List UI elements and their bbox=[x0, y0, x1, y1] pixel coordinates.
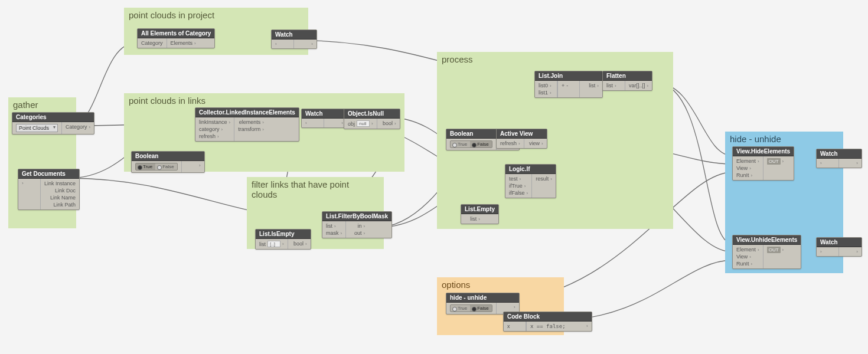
port-out[interactable]: Category bbox=[66, 124, 87, 130]
node-list-join[interactable]: List.Join list0› list1› + - list› bbox=[534, 71, 603, 98]
port-in[interactable]: View bbox=[736, 254, 748, 260]
node-title: Get Documents bbox=[18, 169, 79, 179]
node-watch[interactable]: Watch › › bbox=[271, 30, 317, 49]
port-out[interactable]: Elements bbox=[171, 40, 193, 46]
port-in[interactable]: x bbox=[507, 323, 510, 329]
node-categories[interactable]: Categories Point Clouds Category› bbox=[12, 112, 94, 135]
node-boolean[interactable]: Boolean True False › bbox=[131, 151, 205, 173]
chevron-right-icon: › bbox=[478, 217, 480, 222]
chevron-right-icon: › bbox=[751, 261, 753, 267]
chevron-right-icon: › bbox=[550, 176, 552, 182]
chevron-right-icon: › bbox=[371, 121, 373, 126]
node-flatten[interactable]: Flatten list› var[]..[]› bbox=[602, 71, 652, 91]
group-label: point clouds in project bbox=[129, 10, 304, 20]
port-in[interactable]: category bbox=[199, 126, 220, 132]
chevron-right-icon: › bbox=[89, 124, 91, 130]
port-out[interactable]: in bbox=[358, 223, 362, 229]
chevron-right-icon: › bbox=[305, 241, 307, 247]
node-logic-if[interactable]: Logic.If test› ifTrue› ifFalse› result› bbox=[505, 164, 556, 198]
chevron-right-icon: › bbox=[199, 163, 201, 168]
node-collector-linked[interactable]: Collector.LinkedInstanceElements linkIns… bbox=[195, 107, 299, 142]
input-field[interactable]: null bbox=[357, 120, 370, 127]
port-in[interactable]: list bbox=[259, 241, 266, 247]
input-field[interactable]: [..] bbox=[267, 241, 280, 247]
port-out[interactable]: Link Path bbox=[54, 202, 76, 208]
port-out[interactable]: var[]..[] bbox=[629, 83, 645, 88]
port-out[interactable]: transform bbox=[238, 126, 260, 132]
port-in[interactable]: test bbox=[509, 176, 518, 182]
port-out[interactable]: Link Name bbox=[50, 195, 76, 201]
node-view-hide[interactable]: View.HideElements Element› View› RunIt› … bbox=[732, 146, 794, 181]
node-title: List.IsEmpty bbox=[256, 230, 311, 239]
port-in[interactable]: mask bbox=[326, 230, 339, 236]
chevron-right-icon: › bbox=[275, 41, 277, 47]
port-out[interactable]: elements bbox=[239, 119, 261, 125]
port-out[interactable]: list bbox=[470, 216, 477, 222]
node-all-elements-category[interactable]: All Elements of Category Category Elemen… bbox=[137, 28, 215, 48]
chevron-right-icon: › bbox=[550, 90, 552, 96]
node-code-block[interactable]: Code Block x x == false; › bbox=[503, 312, 592, 332]
node-watch[interactable]: Watch › › bbox=[301, 109, 347, 128]
group-label: process bbox=[442, 54, 668, 64]
node-watch[interactable]: Watch › › bbox=[816, 237, 862, 257]
boolean-radio[interactable]: True False bbox=[450, 140, 492, 148]
port-in[interactable]: list bbox=[326, 223, 332, 229]
chevron-right-icon: › bbox=[311, 41, 313, 47]
node-title: View.HideElements bbox=[733, 147, 794, 156]
port-out[interactable]: Link Doc bbox=[55, 188, 76, 194]
port-in[interactable]: Element bbox=[736, 247, 756, 253]
code-text[interactable]: x == false; bbox=[530, 323, 566, 329]
port-in[interactable]: linkInstance bbox=[199, 119, 227, 125]
port-in[interactable]: ifFalse bbox=[509, 190, 525, 196]
port-out[interactable]: OUT bbox=[767, 158, 781, 165]
node-title: List.Join bbox=[535, 71, 602, 81]
chevron-right-icon: › bbox=[22, 181, 24, 186]
port-in[interactable]: refresh bbox=[500, 140, 517, 146]
port-in[interactable]: list1 bbox=[539, 90, 548, 96]
port-out[interactable]: bool bbox=[383, 120, 393, 126]
chevron-right-icon: › bbox=[758, 159, 759, 164]
add-input-button[interactable]: + bbox=[562, 83, 564, 88]
port-out[interactable]: list bbox=[589, 83, 595, 88]
chevron-right-icon: › bbox=[229, 120, 231, 125]
node-title: Watch bbox=[272, 30, 316, 40]
port-out[interactable]: OUT bbox=[767, 247, 781, 253]
group-label: hide - unhide bbox=[730, 134, 838, 144]
node-watch[interactable]: Watch › › bbox=[816, 149, 862, 168]
node-list-empty[interactable]: List.Empty list› bbox=[461, 204, 499, 224]
port-in[interactable]: refresh bbox=[199, 133, 216, 139]
node-title: Flatten bbox=[603, 71, 652, 81]
boolean-radio[interactable]: True False bbox=[450, 304, 492, 312]
port-out[interactable]: result bbox=[536, 176, 549, 182]
port-in[interactable]: RunIt bbox=[736, 261, 749, 267]
port-in[interactable]: RunIt bbox=[736, 172, 749, 178]
port-in[interactable]: ifTrue bbox=[509, 183, 523, 189]
node-title: Boolean bbox=[132, 152, 204, 161]
node-title: Active View bbox=[497, 129, 547, 139]
port-in[interactable]: Element bbox=[736, 158, 756, 164]
port-out[interactable]: view bbox=[529, 140, 540, 146]
node-list-filterbyboolmask[interactable]: List.FilterByBoolMask list› mask› in› ou… bbox=[322, 211, 392, 238]
remove-input-button[interactable]: - bbox=[566, 83, 568, 88]
port-in[interactable]: Category bbox=[141, 40, 163, 46]
chevron-right-icon: › bbox=[751, 173, 753, 178]
port-out[interactable]: Link Instance bbox=[44, 181, 76, 186]
node-title: View.UnhideElements bbox=[733, 235, 801, 245]
chevron-right-icon: › bbox=[647, 83, 649, 88]
node-active-view[interactable]: Active View refresh› view› bbox=[496, 129, 547, 149]
node-object-isnull[interactable]: Object.IsNull obj null› bool› bbox=[344, 109, 400, 129]
port-in[interactable]: list bbox=[606, 83, 613, 88]
categories-dropdown[interactable]: Point Clouds bbox=[16, 124, 58, 132]
port-in[interactable]: list0 bbox=[539, 83, 548, 88]
chevron-right-icon: › bbox=[782, 159, 784, 164]
boolean-radio[interactable]: True False bbox=[135, 163, 178, 171]
port-out[interactable]: bool bbox=[293, 241, 304, 247]
node-view-unhide[interactable]: View.UnhideElements Element› View› RunIt… bbox=[732, 235, 801, 269]
node-list-isempty[interactable]: List.IsEmpty list [..]› bool› bbox=[255, 229, 311, 250]
port-out[interactable]: out bbox=[354, 230, 362, 236]
chevron-right-icon: › bbox=[527, 191, 528, 196]
node-get-documents[interactable]: Get Documents › Link Instance Link Doc L… bbox=[18, 169, 80, 210]
port-in[interactable]: obj bbox=[348, 121, 355, 127]
chevron-right-icon: › bbox=[820, 160, 822, 166]
port-in[interactable]: View bbox=[736, 165, 748, 171]
